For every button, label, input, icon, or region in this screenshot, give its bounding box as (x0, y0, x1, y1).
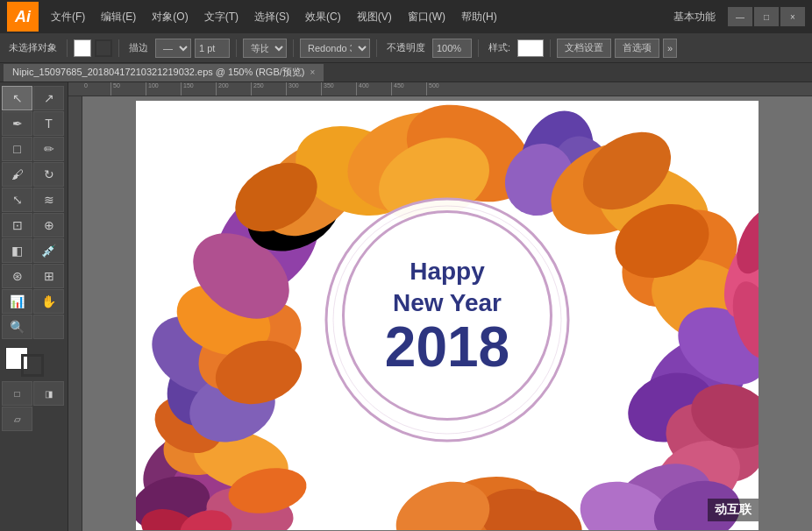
style-preview[interactable] (517, 39, 544, 57)
tool-row-bottom: ▱ (2, 407, 66, 431)
preferences-button[interactable]: 首选项 (615, 39, 659, 58)
rect-tool[interactable]: □ (2, 137, 32, 161)
tool-row-modes: □ ◨ (2, 381, 66, 406)
tool-row-9: 📊 ✋ (2, 289, 66, 314)
free-transform-tool[interactable]: ⊡ (2, 213, 32, 237)
toolbar-separator-6 (478, 39, 479, 57)
menu-edit[interactable]: 编辑(E) (94, 6, 143, 28)
close-button[interactable]: × (780, 7, 805, 26)
type-tool[interactable]: T (33, 111, 64, 136)
tool-row-7: ◧ 💉 (2, 238, 66, 263)
selection-tool[interactable]: ↖ (2, 86, 32, 110)
stroke-label: 描边 (125, 39, 152, 56)
font-select[interactable]: Redondo 3... (300, 39, 370, 58)
blend-mode-select[interactable]: 等比 (243, 39, 287, 58)
menu-effect[interactable]: 效果(C) (298, 6, 348, 28)
artboard-tool[interactable]: ⊞ (33, 264, 64, 288)
fill-stroke-swatches (5, 347, 44, 377)
doc-settings-button[interactable]: 文档设置 (557, 39, 611, 58)
scale-tool[interactable]: ⤡ (2, 188, 32, 212)
stroke-size-input[interactable] (195, 39, 230, 58)
toolbar-separator-7 (550, 39, 551, 57)
app-logo: Ai (7, 2, 39, 32)
year-text: 2018 (385, 319, 509, 375)
hand-tool[interactable]: ✋ (33, 289, 64, 314)
document-tab[interactable]: Nipic_15097685_20180417210321219032.eps … (4, 64, 324, 81)
extra-options-button[interactable]: » (663, 39, 677, 58)
stroke-color-swatch[interactable] (95, 39, 112, 57)
menu-file[interactable]: 文件(F) (44, 6, 92, 28)
canvas-content: Happy New Year 2018 动互联 (82, 96, 812, 531)
workspace-label: 基本功能 (666, 10, 723, 25)
graph-tool[interactable]: 📊 (2, 289, 32, 314)
canvas-area: 0 50 100 150 200 250 300 350 400 450 500 (68, 82, 812, 531)
tool-row-10: 🔍 (2, 315, 66, 339)
zoom-tool[interactable]: 🔍 (2, 315, 32, 339)
watermark: 动互联 (708, 499, 759, 521)
stroke-swatch[interactable] (21, 354, 44, 377)
tool-row-5: ⤡ ≋ (2, 188, 66, 212)
direct-select-tool[interactable]: ↗ (33, 86, 64, 110)
tool-row-1: ↖ ↗ (2, 86, 66, 110)
shape-build-tool[interactable]: ⊕ (33, 213, 64, 237)
placeholder-tool (33, 315, 64, 339)
happy-text-line1: Happy (410, 256, 485, 287)
menu-bar: 文件(F) 编辑(E) 对象(O) 文字(T) 选择(S) 效果(C) 视图(V… (44, 6, 661, 28)
happy-text-line2: New Year (393, 287, 502, 319)
style-label: 样式: (485, 39, 514, 56)
menu-help[interactable]: 帮助(H) (454, 6, 504, 28)
toolbar-separator-4 (293, 39, 294, 57)
opacity-label: 不透明度 (383, 39, 429, 56)
warp-tool[interactable]: ≋ (33, 188, 64, 212)
toolbar-separator-3 (236, 39, 237, 57)
fill-stroke-area (2, 343, 66, 380)
normal-mode[interactable]: □ (2, 381, 32, 406)
toolbar-separator-2 (118, 39, 119, 57)
menu-object[interactable]: 对象(O) (145, 6, 195, 28)
menu-type[interactable]: 文字(T) (197, 6, 246, 28)
ruler-ticks: 0 50 100 150 200 250 300 350 400 450 500 (82, 82, 461, 96)
toolbar: 未选择对象 描边 — 等比 Redondo 3... 不透明度 样式: 文档设置… (0, 33, 812, 63)
menu-window[interactable]: 窗口(W) (401, 6, 452, 28)
menu-select[interactable]: 选择(S) (247, 6, 296, 28)
toolbox: ↖ ↗ ✒ T □ ✏ 🖌 ↻ ⤡ ≋ ⊡ ⊕ ◧ 💉 ⊛ ⊞ (0, 82, 68, 531)
draw-mode[interactable]: ▱ (2, 407, 32, 431)
screen-mode[interactable]: ◨ (33, 381, 64, 406)
status-text: 未选择对象 (5, 39, 61, 56)
canvas-row: Happy New Year 2018 动互联 (68, 96, 812, 531)
eyedropper-tool[interactable]: 💉 (33, 238, 64, 263)
vertical-ruler (68, 96, 82, 531)
toolbar-separator-5 (376, 39, 377, 57)
title-bar: Ai 文件(F) 编辑(E) 对象(O) 文字(T) 选择(S) 效果(C) 视… (0, 0, 812, 33)
watermark-text: 动互联 (715, 502, 751, 516)
stroke-type-select[interactable]: — (155, 39, 191, 58)
brush-tool[interactable]: 🖌 (2, 162, 32, 187)
tool-row-4: 🖌 ↻ (2, 162, 66, 187)
center-circle: Happy New Year 2018 (342, 210, 552, 421)
rotate-tool[interactable]: ↻ (33, 162, 64, 187)
minimize-button[interactable]: — (728, 7, 752, 26)
tool-row-2: ✒ T (2, 111, 66, 136)
blend-tool[interactable]: ⊛ (2, 264, 32, 288)
gradient-tool[interactable]: ◧ (2, 238, 32, 263)
pen-tool[interactable]: ✒ (2, 111, 32, 136)
document-tabs: Nipic_15097685_20180417210321219032.eps … (0, 63, 812, 82)
maximize-button[interactable]: □ (754, 7, 779, 26)
menu-view[interactable]: 视图(V) (350, 6, 399, 28)
window-controls: — □ × (728, 7, 805, 26)
fill-color-swatch[interactable] (74, 39, 91, 57)
pencil-tool[interactable]: ✏ (33, 137, 64, 161)
artboard: Happy New Year 2018 动互联 (136, 101, 759, 530)
tool-row-8: ⊛ ⊞ (2, 264, 66, 288)
tool-row-6: ⊡ ⊕ (2, 213, 66, 237)
doc-tab-close[interactable]: × (310, 67, 315, 77)
toolbar-separator-1 (67, 39, 68, 57)
canvas-viewport[interactable]: Happy New Year 2018 动互联 (82, 96, 812, 531)
horizontal-ruler: 0 50 100 150 200 250 300 350 400 450 500 (68, 82, 812, 96)
opacity-input[interactable] (432, 39, 472, 58)
tool-row-3: □ ✏ (2, 137, 66, 161)
doc-tab-filename: Nipic_15097685_20180417210321219032.eps … (12, 66, 304, 79)
main-area: ↖ ↗ ✒ T □ ✏ 🖌 ↻ ⤡ ≋ ⊡ ⊕ ◧ 💉 ⊛ ⊞ (0, 82, 812, 531)
